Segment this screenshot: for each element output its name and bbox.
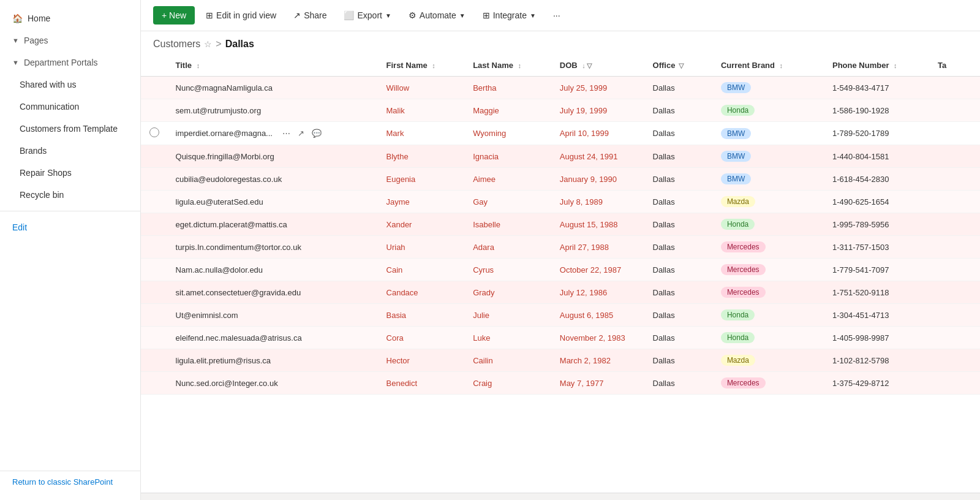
row-phone-cell: 1-586-190-1928 [825,99,930,122]
th-phone-number[interactable]: Phone Number ↕ [825,55,930,77]
table-row[interactable]: eget.dictum.placerat@mattis.caXanderIsab… [141,213,980,236]
table-row[interactable]: Ut@enimnisl.comBasiaJulieAugust 6, 1985D… [141,304,980,327]
row-brand-cell: BMW [714,145,825,168]
sidebar-item-communication[interactable]: Communication [0,96,140,118]
brand-badge: Mazda [721,355,755,366]
row-first-name-cell: Malik [379,99,466,122]
row-ta-cell [930,191,980,213]
sort-dob-icon: ↓ [582,62,586,69]
new-button[interactable]: + New [153,6,195,25]
more-button[interactable]: ··· [547,7,567,24]
table-row[interactable]: sit.amet.consectetuer@gravida.eduCandace… [141,281,980,304]
sidebar-brands-label: Brands [20,146,47,156]
brand-badge: Honda [721,105,755,116]
row-ta-cell [930,99,980,122]
row-first-name-cell: Willow [379,77,466,99]
th-first-name[interactable]: First Name ↕ [379,55,466,77]
integrate-chevron-icon: ▼ [530,12,536,19]
row-select-checkbox[interactable] [149,127,159,137]
share-button[interactable]: ↗ Share [287,7,333,24]
row-title-cell: cubilia@eudoloregestas.co.uk [168,168,379,191]
row-checkbox-cell [141,304,168,327]
edit-grid-button[interactable]: ⊞ Edit in grid view [200,7,282,24]
automate-button[interactable]: ⚙ Automate ▼ [402,7,472,24]
row-last-name-cell: Bertha [466,77,552,99]
table-row[interactable]: Nam.ac.nulla@dolor.eduCainCyrusOctober 2… [141,259,980,281]
row-first-name-cell: Xander [379,213,466,236]
table-row[interactable]: Nunc@magnaNamligula.caWillowBerthaJuly 2… [141,77,980,99]
table-row[interactable]: ligula.elit.pretium@risus.caHectorCailin… [141,349,980,372]
sidebar-item-repair-shops[interactable]: Repair Shops [0,162,140,184]
table-row[interactable]: cubilia@eudoloregestas.co.ukEugeniaAimee… [141,168,980,191]
table-horizontal-scrollbar[interactable] [141,493,980,500]
row-last-name-cell: Julie [466,304,552,327]
row-phone-cell: 1-995-789-5956 [825,213,930,236]
toolbar: + New ⊞ Edit in grid view ↗ Share ⬜ Expo… [141,0,980,31]
row-ta-cell [930,304,980,327]
table-row[interactable]: sem.ut@rutrumjusto.orgMalikMaggieJuly 19… [141,99,980,122]
row-office-cell: Dallas [646,77,714,99]
brand-badge: Mercedes [721,377,766,388]
row-phone-cell: 1-549-843-4717 [825,77,930,99]
brand-badge: Mercedes [721,241,766,252]
th-dob[interactable]: DOB ↓▽ [552,55,646,77]
main-content: + New ⊞ Edit in grid view ↗ Share ⬜ Expo… [141,0,980,500]
breadcrumb: Customers ☆ > Dallas [141,31,980,55]
sidebar-return-classic[interactable]: Return to classic SharePoint [0,471,140,493]
row-last-name-cell: Aimee [466,168,552,191]
row-last-name-cell: Gay [466,191,552,213]
th-current-brand[interactable]: Current Brand ↕ [714,55,825,77]
row-dob-cell: November 2, 1983 [552,327,646,349]
table-row[interactable]: imperdiet.ornare@magna... ⋯↗💬MarkWyoming… [141,122,980,145]
row-brand-cell: BMW [714,122,825,145]
row-title-cell: ligula.elit.pretium@risus.ca [168,349,379,372]
th-title[interactable]: Title ↕ [168,55,379,77]
sort-title-icon: ↕ [197,62,200,69]
row-phone-cell: 1-102-812-5798 [825,349,930,372]
row-first-name-cell: Eugenia [379,168,466,191]
export-chevron-icon: ▼ [385,12,391,19]
sidebar-item-home[interactable]: 🏠 Home [0,7,140,29]
export-label: Export [357,10,382,20]
sidebar-edit-link[interactable]: Edit [0,216,140,238]
filter-office-icon: ▽ [679,62,684,69]
brand-badge: Mercedes [721,264,766,275]
sidebar-item-pages[interactable]: ▼ Pages [0,29,140,51]
row-first-name-cell: Basia [379,304,466,327]
row-office-cell: Dallas [646,349,714,372]
row-checkbox-cell [141,213,168,236]
row-more-btn[interactable]: ⋯ [280,127,293,139]
table-row[interactable]: ligula.eu@uteratSed.eduJaymeGayJuly 8, 1… [141,191,980,213]
sidebar-item-recycle-bin[interactable]: Recycle bin [0,184,140,206]
breadcrumb-star-icon[interactable]: ☆ [204,39,212,49]
export-button[interactable]: ⬜ Export ▼ [337,7,397,24]
row-comment-btn[interactable]: 💬 [309,127,324,139]
breadcrumb-customers-link[interactable]: Customers [153,39,200,50]
sidebar-item-shared[interactable]: Shared with us [0,74,140,96]
row-checkbox-cell [141,281,168,304]
table-row[interactable]: turpis.In.condimentum@tortor.co.ukUriahA… [141,236,980,259]
row-share-btn[interactable]: ↗ [295,127,307,139]
row-office-cell: Dallas [646,327,714,349]
sidebar-item-dept-portals[interactable]: ▼ Department Portals [0,51,140,74]
th-ta[interactable]: Ta [930,55,980,77]
table-row[interactable]: eleifend.nec.malesuada@atrisus.caCoraLuk… [141,327,980,349]
th-last-name[interactable]: Last Name ↕ [466,55,552,77]
table-row[interactable]: Nunc.sed.orci@Integer.co.ukBenedictCraig… [141,372,980,395]
row-ta-cell [930,372,980,395]
row-brand-cell: Mazda [714,191,825,213]
integrate-label: Integrate [493,10,527,20]
th-office[interactable]: Office ▽ [646,55,714,77]
table-row[interactable]: Quisque.fringilla@Morbi.orgBlytheIgnacia… [141,145,980,168]
automate-label: Automate [420,10,456,20]
row-title-cell: Nunc.sed.orci@Integer.co.uk [168,372,379,395]
row-ta-cell [930,327,980,349]
row-dob-cell: October 22, 1987 [552,259,646,281]
sidebar-item-customers-template[interactable]: Customers from Template [0,118,140,140]
row-phone-cell: 1-304-451-4713 [825,304,930,327]
row-first-name-cell: Mark [379,122,466,145]
integrate-button[interactable]: ⊞ Integrate ▼ [477,7,542,24]
row-ta-cell [930,213,980,236]
row-brand-cell: Honda [714,327,825,349]
sidebar-item-brands[interactable]: Brands [0,140,140,162]
